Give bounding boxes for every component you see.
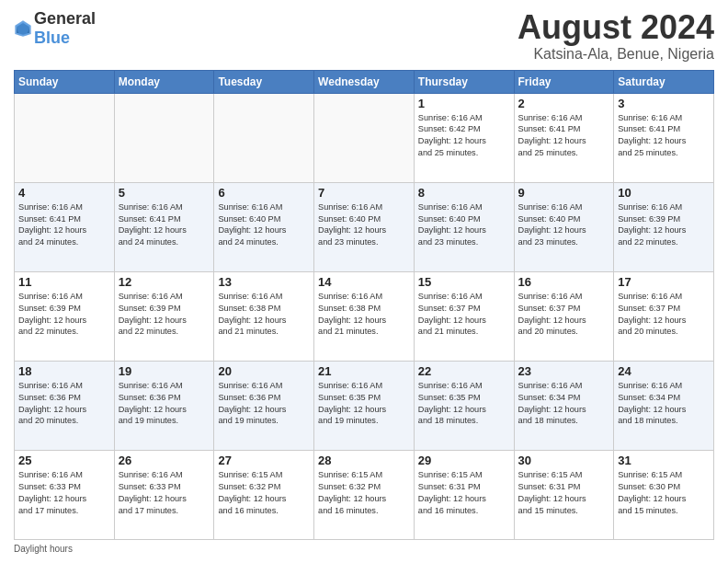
- table-row: 9Sunrise: 6:16 AM Sunset: 6:40 PM Daylig…: [514, 182, 614, 271]
- day-number: 1: [418, 97, 510, 110]
- table-row: 1Sunrise: 6:16 AM Sunset: 6:42 PM Daylig…: [414, 93, 514, 182]
- day-number: 12: [119, 275, 210, 289]
- day-number: 20: [218, 364, 310, 378]
- table-row: 15Sunrise: 6:16 AM Sunset: 6:37 PM Dayli…: [414, 271, 514, 361]
- table-row: [214, 93, 314, 182]
- table-row: 17Sunrise: 6:16 AM Sunset: 6:37 PM Dayli…: [614, 271, 714, 361]
- subtitle: Katsina-Ala, Benue, Nigeria: [518, 46, 714, 63]
- day-info: Sunrise: 6:16 AM Sunset: 6:41 PM Dayligh…: [18, 201, 110, 249]
- day-number: 13: [218, 275, 310, 289]
- day-info: Sunrise: 6:16 AM Sunset: 6:37 PM Dayligh…: [518, 291, 610, 339]
- day-info: Sunrise: 6:16 AM Sunset: 6:41 PM Dayligh…: [518, 112, 610, 160]
- day-number: 6: [218, 186, 310, 200]
- day-number: 9: [518, 186, 610, 200]
- table-row: 24Sunrise: 6:16 AM Sunset: 6:34 PM Dayli…: [614, 361, 714, 450]
- day-number: 15: [418, 275, 510, 289]
- day-number: 8: [418, 186, 510, 200]
- day-number: 29: [418, 454, 510, 467]
- table-row: 3Sunrise: 6:16 AM Sunset: 6:41 PM Daylig…: [614, 93, 714, 182]
- day-number: 25: [18, 454, 110, 467]
- calendar-row: 4Sunrise: 6:16 AM Sunset: 6:41 PM Daylig…: [15, 182, 714, 271]
- day-number: 23: [518, 364, 610, 378]
- day-number: 7: [318, 186, 410, 200]
- th-sunday: Sunday: [15, 70, 115, 93]
- th-saturday: Saturday: [614, 70, 714, 93]
- table-row: 5Sunrise: 6:16 AM Sunset: 6:41 PM Daylig…: [114, 182, 214, 271]
- day-info: Sunrise: 6:15 AM Sunset: 6:32 PM Dayligh…: [218, 469, 310, 517]
- logo-text: General Blue: [34, 9, 96, 48]
- daylight-note: Daylight hours: [14, 544, 714, 554]
- day-info: Sunrise: 6:16 AM Sunset: 6:38 PM Dayligh…: [318, 291, 410, 339]
- table-row: 16Sunrise: 6:16 AM Sunset: 6:37 PM Dayli…: [514, 271, 614, 361]
- table-row: 26Sunrise: 6:16 AM Sunset: 6:33 PM Dayli…: [114, 450, 214, 539]
- table-row: 4Sunrise: 6:16 AM Sunset: 6:41 PM Daylig…: [15, 182, 115, 271]
- th-wednesday: Wednesday: [314, 70, 415, 93]
- day-number: 3: [618, 97, 710, 110]
- day-info: Sunrise: 6:16 AM Sunset: 6:33 PM Dayligh…: [119, 469, 210, 517]
- table-row: 13Sunrise: 6:16 AM Sunset: 6:38 PM Dayli…: [214, 271, 314, 361]
- table-row: 10Sunrise: 6:16 AM Sunset: 6:39 PM Dayli…: [614, 182, 714, 271]
- calendar-row: 11Sunrise: 6:16 AM Sunset: 6:39 PM Dayli…: [15, 271, 714, 361]
- logo: General Blue: [14, 9, 96, 48]
- title-section: August 2024 Katsina-Ala, Benue, Nigeria: [518, 9, 714, 63]
- day-number: 14: [318, 275, 410, 289]
- logo-general: General: [34, 9, 96, 28]
- day-info: Sunrise: 6:16 AM Sunset: 6:34 PM Dayligh…: [518, 380, 610, 428]
- day-number: 22: [418, 364, 510, 378]
- table-row: 14Sunrise: 6:16 AM Sunset: 6:38 PM Dayli…: [314, 271, 415, 361]
- table-row: 7Sunrise: 6:16 AM Sunset: 6:40 PM Daylig…: [314, 182, 415, 271]
- page: General Blue August 2024 Katsina-Ala, Be…: [0, 0, 728, 563]
- day-number: 26: [119, 454, 210, 467]
- day-info: Sunrise: 6:16 AM Sunset: 6:40 PM Dayligh…: [418, 201, 510, 249]
- day-info: Sunrise: 6:16 AM Sunset: 6:41 PM Dayligh…: [119, 201, 210, 249]
- day-number: 28: [318, 454, 410, 467]
- day-info: Sunrise: 6:16 AM Sunset: 6:34 PM Dayligh…: [618, 380, 710, 428]
- day-info: Sunrise: 6:16 AM Sunset: 6:36 PM Dayligh…: [218, 380, 310, 428]
- day-number: 2: [518, 97, 610, 110]
- day-number: 10: [618, 186, 710, 200]
- th-monday: Monday: [114, 70, 214, 93]
- day-number: 4: [18, 186, 110, 200]
- th-friday: Friday: [514, 70, 614, 93]
- table-row: 20Sunrise: 6:16 AM Sunset: 6:36 PM Dayli…: [214, 361, 314, 450]
- table-row: [314, 93, 415, 182]
- day-info: Sunrise: 6:16 AM Sunset: 6:40 PM Dayligh…: [218, 201, 310, 249]
- table-row: 8Sunrise: 6:16 AM Sunset: 6:40 PM Daylig…: [414, 182, 514, 271]
- day-info: Sunrise: 6:16 AM Sunset: 6:35 PM Dayligh…: [318, 380, 410, 428]
- day-info: Sunrise: 6:15 AM Sunset: 6:30 PM Dayligh…: [618, 469, 710, 517]
- table-row: 2Sunrise: 6:16 AM Sunset: 6:41 PM Daylig…: [514, 93, 614, 182]
- day-info: Sunrise: 6:16 AM Sunset: 6:33 PM Dayligh…: [18, 469, 110, 517]
- day-number: 24: [618, 364, 710, 378]
- table-row: 11Sunrise: 6:16 AM Sunset: 6:39 PM Dayli…: [15, 271, 115, 361]
- calendar-table: Sunday Monday Tuesday Wednesday Thursday…: [14, 70, 714, 540]
- day-info: Sunrise: 6:16 AM Sunset: 6:37 PM Dayligh…: [618, 291, 710, 339]
- calendar-header: Sunday Monday Tuesday Wednesday Thursday…: [15, 70, 714, 93]
- day-number: 18: [18, 364, 110, 378]
- day-info: Sunrise: 6:16 AM Sunset: 6:36 PM Dayligh…: [119, 380, 210, 428]
- table-row: 6Sunrise: 6:16 AM Sunset: 6:40 PM Daylig…: [214, 182, 314, 271]
- table-row: 18Sunrise: 6:16 AM Sunset: 6:36 PM Dayli…: [15, 361, 115, 450]
- day-info: Sunrise: 6:15 AM Sunset: 6:31 PM Dayligh…: [418, 469, 510, 517]
- header-row: Sunday Monday Tuesday Wednesday Thursday…: [15, 70, 714, 93]
- calendar-body: 1Sunrise: 6:16 AM Sunset: 6:42 PM Daylig…: [15, 93, 714, 539]
- day-number: 17: [618, 275, 710, 289]
- table-row: 21Sunrise: 6:16 AM Sunset: 6:35 PM Dayli…: [314, 361, 415, 450]
- table-row: 25Sunrise: 6:16 AM Sunset: 6:33 PM Dayli…: [15, 450, 115, 539]
- logo-blue: Blue: [34, 29, 70, 47]
- header: General Blue August 2024 Katsina-Ala, Be…: [14, 9, 714, 63]
- main-title: August 2024: [518, 9, 714, 46]
- day-info: Sunrise: 6:16 AM Sunset: 6:42 PM Dayligh…: [418, 112, 510, 160]
- day-info: Sunrise: 6:16 AM Sunset: 6:35 PM Dayligh…: [418, 380, 510, 428]
- calendar-row: 18Sunrise: 6:16 AM Sunset: 6:36 PM Dayli…: [15, 361, 714, 450]
- table-row: 19Sunrise: 6:16 AM Sunset: 6:36 PM Dayli…: [114, 361, 214, 450]
- day-info: Sunrise: 6:16 AM Sunset: 6:40 PM Dayligh…: [318, 201, 410, 249]
- calendar-row: 1Sunrise: 6:16 AM Sunset: 6:42 PM Daylig…: [15, 93, 714, 182]
- day-number: 21: [318, 364, 410, 378]
- day-info: Sunrise: 6:15 AM Sunset: 6:32 PM Dayligh…: [318, 469, 410, 517]
- day-info: Sunrise: 6:15 AM Sunset: 6:31 PM Dayligh…: [518, 469, 610, 517]
- logo-icon: [14, 19, 32, 38]
- day-info: Sunrise: 6:16 AM Sunset: 6:39 PM Dayligh…: [119, 291, 210, 339]
- table-row: 27Sunrise: 6:15 AM Sunset: 6:32 PM Dayli…: [214, 450, 314, 539]
- th-tuesday: Tuesday: [214, 70, 314, 93]
- day-info: Sunrise: 6:16 AM Sunset: 6:39 PM Dayligh…: [18, 291, 110, 339]
